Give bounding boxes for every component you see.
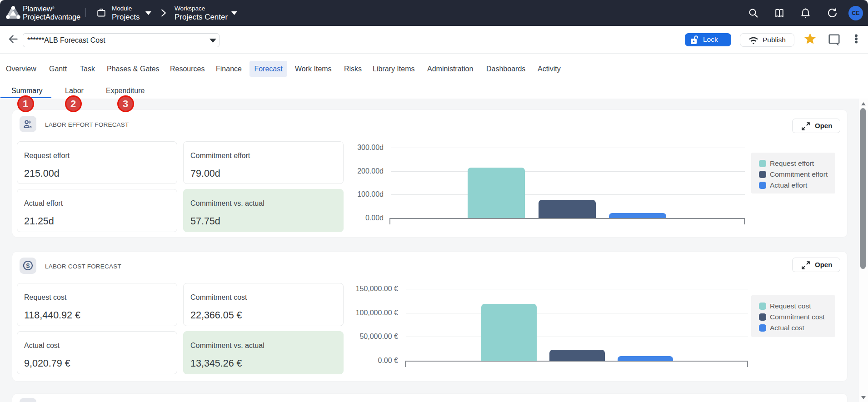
svg-text:$: $ bbox=[26, 262, 30, 269]
